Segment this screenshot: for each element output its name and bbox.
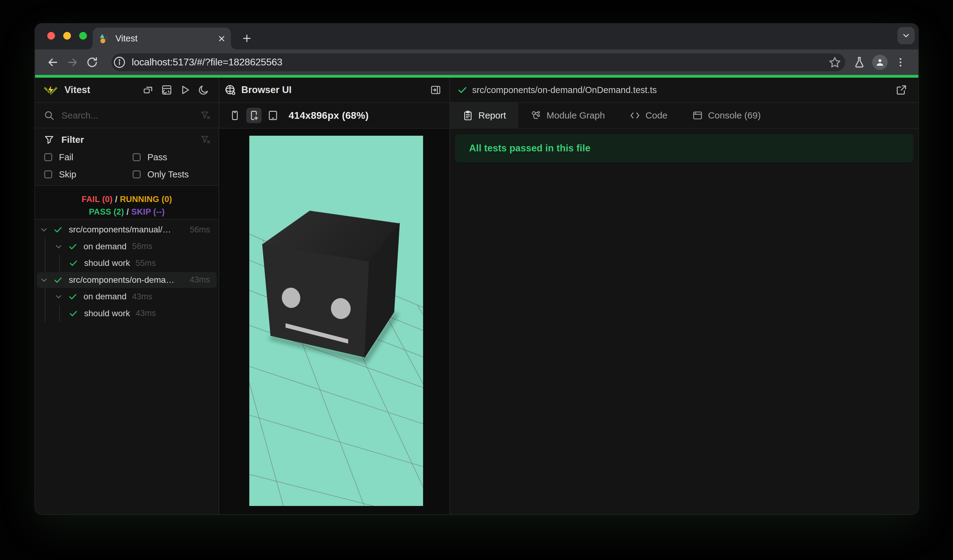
tree-suite-row[interactable]: on demand 43ms	[35, 288, 219, 305]
traffic-lights	[47, 32, 87, 40]
search-icon	[43, 110, 55, 121]
test-duration: 43ms	[135, 309, 156, 318]
sidebar: Vitest Search...	[35, 78, 219, 514]
test-iframe[interactable]	[249, 136, 423, 506]
profile-avatar[interactable]	[872, 55, 888, 70]
console-panel-icon	[692, 110, 703, 121]
chevron-down-icon[interactable]	[53, 292, 64, 302]
device-phone-icon[interactable]	[227, 108, 242, 123]
test-file-name: src/components/manual/…	[69, 225, 171, 234]
browser-tab[interactable]: Vitest	[93, 28, 231, 50]
vitest-logo-icon	[43, 83, 58, 97]
checkbox-icon[interactable]	[44, 153, 52, 161]
report-body: All tests passed in this file	[450, 129, 918, 514]
chevron-down-icon[interactable]	[39, 275, 49, 285]
address-bar[interactable]: localhost:5173/#/?file=1828625563	[112, 53, 845, 71]
pass-check-icon	[53, 225, 63, 235]
code-icon	[629, 110, 641, 121]
checkbox-icon[interactable]	[133, 153, 141, 161]
tree-file-row[interactable]: src/components/manual/… 56ms	[35, 221, 219, 238]
close-window-button[interactable]	[47, 32, 55, 40]
report-file-path: src/components/on-demand/OnDemand.test.t…	[472, 85, 894, 95]
browser-menu-icon[interactable]	[891, 53, 910, 72]
summary-separator: /	[124, 207, 131, 217]
vitest-ui: Vitest Search...	[35, 78, 918, 514]
globe-icon	[224, 84, 236, 96]
checkbox-icon[interactable]	[44, 171, 52, 178]
sidebar-header: Vitest	[35, 78, 219, 103]
site-info-icon[interactable]	[113, 56, 126, 69]
search-input[interactable]: Search...	[61, 110, 200, 121]
robot-cube	[262, 211, 399, 363]
tree-suite-row[interactable]: on demand 56ms	[35, 238, 219, 255]
bookmark-star-icon[interactable]	[828, 56, 841, 69]
minimize-window-button[interactable]	[63, 32, 71, 40]
tab-code[interactable]: Code	[617, 103, 680, 128]
pass-count: PASS (2)	[89, 207, 124, 217]
chevron-down-icon[interactable]	[53, 241, 64, 252]
running-count: RUNNING (0)	[120, 195, 172, 204]
filter-checkbox-onlytests[interactable]: Only Tests	[132, 168, 211, 180]
url-text[interactable]: localhost:5173/#/?file=1828625563	[132, 56, 828, 68]
device-tablet-icon[interactable]	[265, 108, 281, 123]
report-tabs: Report Module Graph Code Console (69)	[450, 103, 918, 129]
filter-title: Filter	[61, 135, 200, 145]
dark-mode-icon[interactable]	[196, 82, 211, 98]
tab-label: Module Graph	[546, 110, 605, 121]
tab-label: Report	[478, 110, 506, 121]
checkbox-icon[interactable]	[133, 171, 141, 178]
test-suite-name: on demand	[84, 292, 126, 301]
test-duration: 55ms	[135, 259, 156, 268]
reload-button[interactable]	[82, 53, 102, 72]
filter-funnel-icon	[43, 134, 55, 145]
app-title: Vitest	[64, 84, 138, 96]
tab-label: Console (69)	[708, 110, 761, 121]
back-button[interactable]	[43, 53, 63, 72]
zoom-window-button[interactable]	[79, 32, 87, 40]
tab-label: Code	[646, 110, 667, 121]
device-phone-plus-button[interactable]	[246, 108, 262, 123]
filter-checkbox-skip[interactable]: Skip	[43, 168, 132, 180]
search-bar: Search...	[35, 103, 219, 128]
tree-test-row[interactable]: should work 55ms	[35, 255, 219, 272]
collapse-windows-icon[interactable]	[141, 82, 156, 98]
filter-checkbox-pass[interactable]: Pass	[132, 151, 211, 163]
test-duration: 56ms	[190, 225, 210, 234]
report-clipboard-icon	[463, 110, 473, 121]
pass-check-icon	[457, 84, 468, 96]
vitest-favicon-icon	[99, 34, 110, 44]
filter-section: Filter Fail Pass Skip Only Tests	[35, 128, 219, 186]
clear-filter-icon[interactable]	[200, 134, 211, 146]
tab-close-icon[interactable]	[216, 33, 227, 44]
pass-check-icon	[53, 275, 63, 285]
tab-search-button[interactable]	[897, 27, 915, 44]
chevron-down-icon[interactable]	[39, 225, 49, 235]
tab-module-graph[interactable]: Module Graph	[518, 103, 617, 128]
tree-test-row[interactable]: should work 43ms	[35, 305, 219, 322]
forward-button[interactable]	[63, 53, 82, 72]
dashboard-icon[interactable]	[159, 82, 174, 98]
test-case-name: should work	[84, 309, 130, 318]
test-duration: 43ms	[132, 292, 152, 301]
run-all-icon[interactable]	[177, 82, 193, 98]
test-progress-bar	[35, 75, 918, 78]
new-tab-button[interactable]	[239, 30, 255, 47]
scene-3d	[249, 136, 423, 506]
preview-header: Browser UI	[219, 78, 450, 103]
tab-console[interactable]: Console (69)	[680, 103, 773, 128]
preview-area	[219, 129, 450, 514]
pass-check-icon	[68, 258, 79, 268]
open-external-icon[interactable]	[894, 82, 909, 98]
fail-count: FAIL (0)	[82, 195, 113, 204]
filter-checkbox-fail[interactable]: Fail	[43, 151, 132, 163]
desktop-background: Vitest lo	[0, 0, 953, 560]
tab-report[interactable]: Report	[450, 103, 518, 128]
viewport-dimensions: 414x896px (68%)	[289, 110, 369, 121]
toolbar-actions	[849, 53, 910, 72]
clear-search-filter-icon[interactable]	[200, 110, 211, 121]
tree-file-row-selected[interactable]: src/components/on-dema… 43ms	[35, 272, 219, 289]
pass-check-icon	[68, 308, 79, 319]
test-tree: src/components/manual/… 56ms on demand 5…	[35, 220, 219, 514]
experiments-flask-icon[interactable]	[849, 53, 869, 72]
panel-right-open-icon[interactable]	[428, 82, 443, 98]
